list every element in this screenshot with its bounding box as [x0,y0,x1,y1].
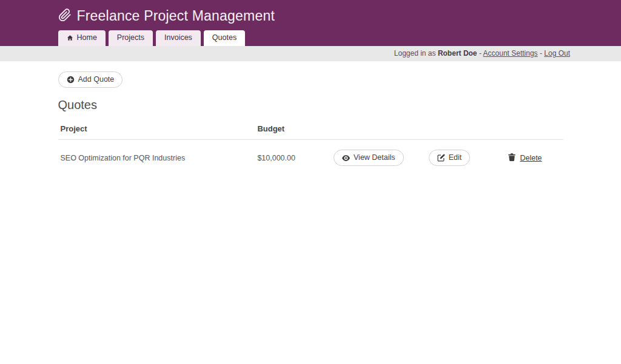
column-header-actions [326,119,412,140]
table-header-row: Project Budget [58,119,563,140]
column-header-actions [412,119,488,140]
home-icon [67,35,73,41]
tab-label: Invoices [164,33,192,42]
tab-label: Quotes [212,33,237,42]
main-content: Add Quote Quotes Project Budget SEO Opti… [0,61,621,176]
column-header-project: Project [58,119,255,140]
log-out-link[interactable]: Log Out [544,49,570,58]
app-header: Freelance Project Management Home Projec… [0,0,621,46]
user-bar: Logged in as Robert Doe - Account Settin… [0,46,621,61]
app-title: Freelance Project Management [77,8,275,24]
tab-projects[interactable]: Projects [109,30,153,46]
eye-icon [342,155,350,161]
trash-icon [508,153,515,163]
delete-label: Delete [520,154,542,162]
project-cell: SEO Optimization for PQR Industries [58,140,255,176]
tab-label: Projects [117,33,144,42]
view-details-label: View Details [354,153,395,162]
separator: - [477,49,483,58]
plus-circle-icon [67,76,75,84]
logged-in-text: Logged in as [394,49,438,58]
tab-invoices[interactable]: Invoices [156,30,201,46]
column-header-budget: Budget [255,119,326,140]
column-header-actions [488,119,563,140]
separator: - [538,49,545,58]
page-title: Quotes [58,98,563,112]
tab-quotes[interactable]: Quotes [204,30,245,46]
edit-button[interactable]: Edit [429,150,471,166]
add-quote-button[interactable]: Add Quote [58,71,123,88]
table-row: SEO Optimization for PQR Industries $10,… [58,140,563,176]
brand: Freelance Project Management [58,0,563,24]
main-nav: Home Projects Invoices Quotes [0,30,621,46]
add-quote-label: Add Quote [78,75,115,84]
edit-label: Edit [449,153,462,162]
tab-home[interactable]: Home [58,30,106,46]
budget-cell: $10,000.00 [255,140,326,176]
quotes-table: Project Budget SEO Optimization for PQR … [58,119,563,176]
delete-link[interactable]: Delete [508,153,542,163]
tab-label: Home [77,33,97,42]
paperclip-icon [58,8,72,24]
edit-pencil-icon [437,154,445,162]
account-settings-link[interactable]: Account Settings [483,49,538,58]
username: Robert Doe [438,49,477,58]
view-details-button[interactable]: View Details [334,150,404,166]
